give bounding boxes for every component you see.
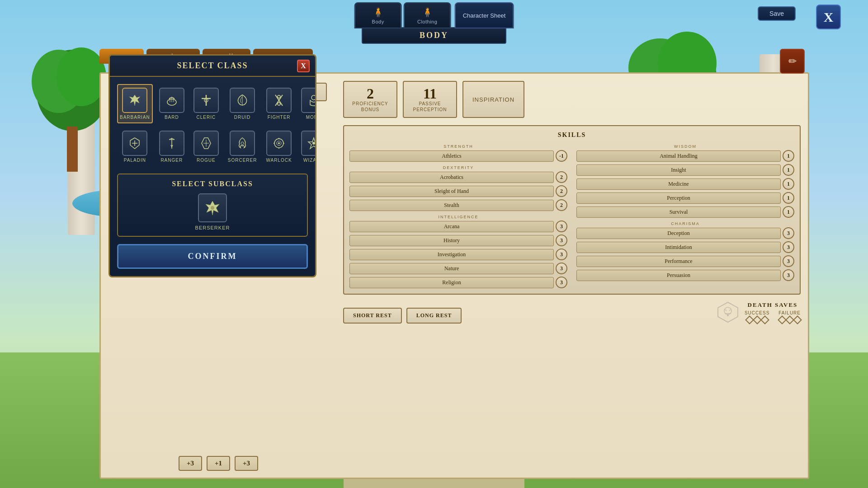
body-tab-label: Body xyxy=(372,19,384,24)
skill-bar-performance: Performance xyxy=(576,256,781,267)
subclass-label-berserker: Berserker xyxy=(195,225,230,230)
death-saves-title: Death Saves xyxy=(745,301,801,309)
class-grid: Barbarian Bard xyxy=(117,84,308,166)
skill-bar-perception: Perception xyxy=(576,192,781,204)
class-icon-cleric xyxy=(193,88,219,113)
svg-point-32 xyxy=(241,142,244,145)
skill-survival: Survival 1 xyxy=(576,206,794,218)
svg-point-35 xyxy=(278,142,280,144)
class-item-fighter[interactable]: Fighter xyxy=(263,84,294,123)
class-item-ranger[interactable]: Ranger xyxy=(156,127,187,166)
class-icon-fighter xyxy=(266,88,292,113)
skill-insight: Insight 1 xyxy=(576,164,794,176)
success-saves-group: Success xyxy=(745,310,769,323)
class-item-paladin[interactable]: Paladin xyxy=(117,127,153,166)
skill-value-investigation: 3 xyxy=(556,249,567,260)
modal-close-button[interactable]: X xyxy=(297,60,310,72)
bonus-boxes: +3 +1 +3 xyxy=(110,456,327,471)
skill-bar-insight: Insight xyxy=(576,164,781,176)
bonus-box-1: +1 xyxy=(207,456,230,471)
passive-perception-label: PassivePerception xyxy=(411,101,449,113)
skill-value-arcana: 3 xyxy=(556,221,567,232)
svg-point-26 xyxy=(311,95,316,100)
skill-persuasion: Persuasion 3 xyxy=(576,269,794,281)
top-tabs-container: 🧍 Body 🧍 Clothing Character Sheet xyxy=(354,2,514,28)
short-rest-button[interactable]: Short Rest xyxy=(343,308,402,324)
class-icon-paladin xyxy=(122,131,147,156)
class-item-wizard[interactable]: Wizard xyxy=(298,127,316,166)
skill-value-perception: 1 xyxy=(783,192,794,204)
tab-character-sheet[interactable]: Character Sheet xyxy=(455,2,514,28)
passive-perception-value: 11 xyxy=(411,86,449,101)
class-item-rogue[interactable]: Rogue xyxy=(191,127,222,166)
clothing-icon: 🧍 xyxy=(422,7,433,18)
svg-rect-3 xyxy=(67,127,78,172)
skill-bar-deception: Deception xyxy=(576,228,781,239)
subclass-section: Select Subclass Berserker xyxy=(117,174,308,237)
clothing-tab-label: Clothing xyxy=(417,19,437,24)
class-item-barbarian[interactable]: Barbarian xyxy=(117,84,153,123)
svg-point-42 xyxy=(211,206,214,210)
long-rest-button[interactable]: Long Rest xyxy=(406,308,462,324)
subclass-icon-berserker xyxy=(198,193,227,222)
modal-title: Select Class xyxy=(177,61,248,70)
class-label-wizard: Wizard xyxy=(303,158,316,163)
class-item-warlock[interactable]: Warlock xyxy=(263,127,294,166)
subclass-title: Select Subclass xyxy=(123,180,302,188)
skill-bar-religion: Religion xyxy=(349,277,554,288)
skill-bar-intimidation: Intimidation xyxy=(576,242,781,253)
skill-bar-persuasion: Persuasion xyxy=(576,270,781,281)
skill-value-nature: 3 xyxy=(556,263,567,274)
bottom-area: Short Rest Long Rest Death Saves xyxy=(343,301,801,324)
pen-icon-button[interactable]: ✏ xyxy=(780,49,805,74)
skill-arcana: Arcana 3 xyxy=(349,221,567,232)
tab-clothing[interactable]: 🧍 Clothing xyxy=(404,2,451,28)
class-icon-druid xyxy=(230,88,255,113)
skill-value-deception: 3 xyxy=(783,227,794,239)
skill-religion: Religion 3 xyxy=(349,277,567,288)
class-label-monk: Monk xyxy=(306,115,316,120)
failure-saves-label: Failure xyxy=(778,310,801,315)
skill-value-acrobatics: 2 xyxy=(556,171,567,183)
class-item-druid[interactable]: Druid xyxy=(225,84,260,123)
class-item-monk[interactable]: Monk xyxy=(298,84,316,123)
skill-bar-medicine: Medicine xyxy=(576,178,781,190)
class-icon-wizard xyxy=(301,131,316,156)
skill-sleight-of-hand: Sleight of Hand 2 xyxy=(349,185,567,197)
class-label-barbarian: Barbarian xyxy=(120,115,150,120)
class-icon-warlock xyxy=(266,131,292,156)
skills-container: Skills Strength Athletics -1 Dexterity A… xyxy=(343,125,801,295)
svg-point-2 xyxy=(57,47,106,106)
class-item-bard[interactable]: Bard xyxy=(156,84,187,123)
subclass-item-berserker[interactable]: Berserker xyxy=(195,193,230,230)
svg-point-25 xyxy=(278,103,280,105)
skill-bar-nature: Nature xyxy=(349,263,554,274)
skill-history: History 3 xyxy=(349,235,567,246)
skill-value-medicine: 1 xyxy=(783,178,794,190)
bonus-box-2: +3 xyxy=(235,456,258,471)
skill-value-sleight: 2 xyxy=(556,185,567,197)
skill-bar-acrobatics: Acrobatics xyxy=(349,172,554,183)
skill-bar-arcana: Arcana xyxy=(349,221,554,232)
tab-body[interactable]: 🧍 Body xyxy=(354,2,402,28)
success-diamond-3[interactable] xyxy=(760,315,769,324)
svg-point-41 xyxy=(312,142,315,145)
failure-diamond-3[interactable] xyxy=(793,315,802,324)
class-item-sorcerer[interactable]: Sorcerer xyxy=(225,127,260,166)
modal-body: Barbarian Bard xyxy=(110,77,315,276)
class-item-cleric[interactable]: Cleric xyxy=(191,84,222,123)
failure-saves-group: Failure xyxy=(778,310,801,323)
intelligence-label: Intelligence xyxy=(349,215,567,219)
skill-bar-athletics: Athletics xyxy=(349,150,554,162)
death-saves-icon xyxy=(717,301,739,324)
skill-bar-survival: Survival xyxy=(576,206,781,218)
confirm-button[interactable]: Confirm xyxy=(117,244,308,269)
class-icon-bard xyxy=(159,88,184,113)
save-button[interactable]: Save xyxy=(758,6,796,21)
class-label-paladin: Paladin xyxy=(124,158,146,163)
death-saves-row: Success Failure xyxy=(745,310,801,323)
close-x-button[interactable]: X xyxy=(816,5,841,29)
class-label-cleric: Cleric xyxy=(196,115,216,120)
class-icon-ranger xyxy=(159,131,184,156)
skill-value-survival: 1 xyxy=(783,206,794,218)
